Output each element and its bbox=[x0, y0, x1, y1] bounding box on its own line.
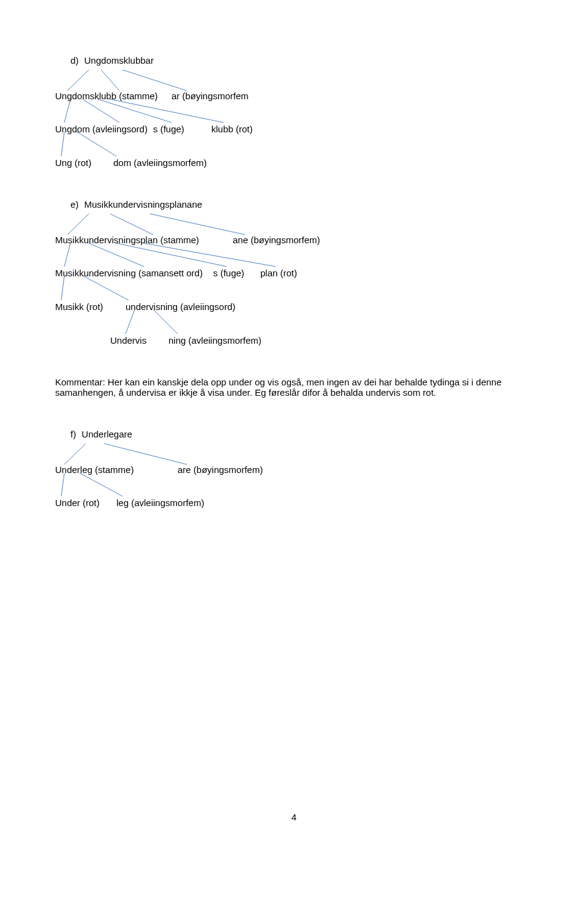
e-level2-left: Musikkundervisning (samansett ord) bbox=[55, 268, 203, 278]
f-level2-right: leg (avleiingsmorfem) bbox=[116, 498, 204, 508]
svg-line-7 bbox=[61, 132, 64, 156]
svg-line-17 bbox=[83, 276, 129, 300]
svg-line-10 bbox=[110, 214, 153, 235]
svg-line-20 bbox=[64, 444, 86, 464]
svg-line-23 bbox=[80, 473, 123, 496]
svg-line-11 bbox=[150, 214, 245, 235]
e-level4-left: Undervis bbox=[110, 335, 146, 346]
comment-text: Kommentar: Her kan ein kanskje dela opp … bbox=[55, 377, 533, 398]
e-level2-mid: s (fuge) bbox=[213, 268, 244, 278]
section-e-title: e) Musikkundervisningsplanane bbox=[70, 199, 202, 210]
e-level1-left: Musikkundervisningsplan (stamme) bbox=[55, 235, 199, 245]
svg-line-14 bbox=[116, 243, 227, 267]
svg-line-18 bbox=[126, 309, 135, 334]
page-number: 4 bbox=[55, 812, 533, 822]
d-level3-right: dom (avleiingsmorfem) bbox=[113, 157, 207, 168]
section-f-title: f) Underlegare bbox=[70, 429, 132, 439]
svg-line-5 bbox=[98, 99, 172, 123]
f-level2-left: Under (rot) bbox=[55, 498, 100, 508]
list-letter-d: d) bbox=[70, 55, 78, 66]
d-level2-mid: s (fuge) bbox=[153, 124, 184, 134]
title-e: Musikkundervisningsplanane bbox=[85, 199, 203, 210]
f-level1-right: are (bøyingsmorfem) bbox=[178, 464, 263, 475]
d-level1-left: Ungdomsklubb (stamme) bbox=[55, 91, 158, 101]
svg-line-15 bbox=[144, 243, 276, 267]
title-f: Underlegare bbox=[81, 429, 132, 439]
d-level3-left: Ung (rot) bbox=[55, 157, 91, 168]
d-level2-right: klubb (rot) bbox=[211, 124, 253, 134]
svg-line-13 bbox=[89, 243, 144, 267]
section-d-title: d) Ungdomsklubbar bbox=[70, 55, 154, 66]
svg-line-16 bbox=[61, 276, 64, 300]
svg-line-3 bbox=[64, 99, 70, 123]
e-level3-left: Musikk (rot) bbox=[55, 301, 103, 312]
svg-line-0 bbox=[67, 70, 89, 91]
svg-line-1 bbox=[101, 70, 119, 91]
svg-line-19 bbox=[153, 309, 178, 334]
svg-line-9 bbox=[67, 214, 89, 235]
svg-line-8 bbox=[77, 132, 116, 156]
diagram-f-lines bbox=[55, 435, 533, 539]
e-level4-right: ning (avleiingsmorfem) bbox=[168, 335, 262, 346]
svg-line-21 bbox=[104, 444, 187, 464]
title-d: Ungdomsklubbar bbox=[85, 55, 154, 66]
diagram-d-lines bbox=[55, 61, 533, 221]
list-letter-e: e) bbox=[70, 199, 78, 210]
d-level2-left: Ungdom (avleiingsord) bbox=[55, 124, 148, 134]
list-letter-f: f) bbox=[70, 429, 76, 439]
f-level1-left: Underleg (stamme) bbox=[55, 464, 134, 475]
svg-line-2 bbox=[123, 70, 187, 91]
d-level1-right: ar (bøyingsmorfem bbox=[172, 91, 249, 101]
svg-line-4 bbox=[83, 99, 119, 123]
page-container: d) Ungdomsklubbar Ungdomsklubb (stamme) … bbox=[55, 55, 533, 853]
e-level3-right: undervisning (avleiingsord) bbox=[126, 301, 235, 312]
e-level1-right: ane (bøyingsmorfem) bbox=[233, 235, 320, 245]
svg-line-6 bbox=[110, 99, 224, 123]
svg-line-12 bbox=[64, 243, 70, 267]
svg-line-22 bbox=[61, 473, 64, 496]
e-level2-right: plan (rot) bbox=[260, 268, 297, 278]
